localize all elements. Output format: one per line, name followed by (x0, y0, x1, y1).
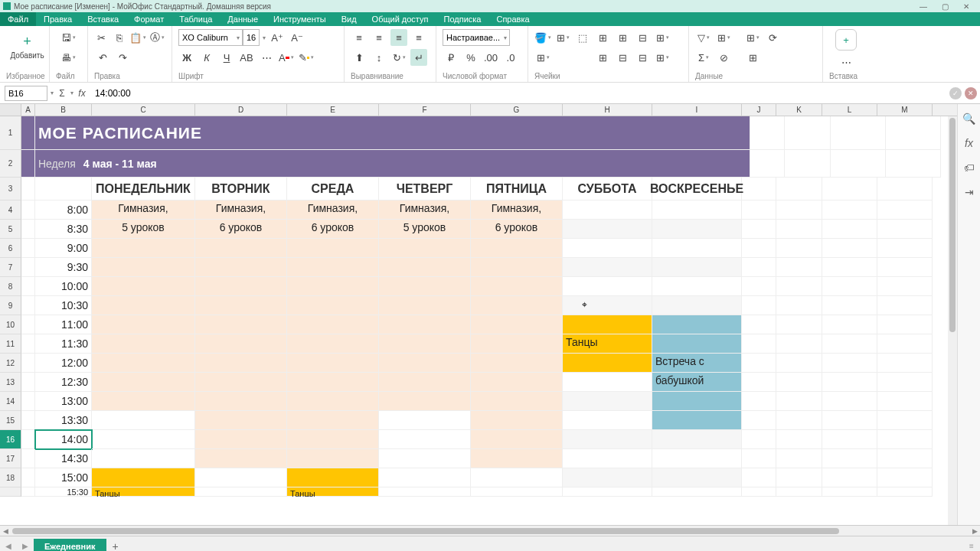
dec-inc-button[interactable]: .00 (482, 49, 499, 66)
fx-panel-icon[interactable]: fx (962, 136, 976, 150)
menu-format[interactable]: Формат (126, 12, 172, 26)
number-format-select[interactable]: Настраивае... (443, 29, 510, 46)
spreadsheet-grid[interactable]: A B C D E F G H I J K L M 1 МОЕ РАСПИСАН… (0, 104, 957, 525)
menu-help[interactable]: Справка (488, 12, 537, 26)
menu-share[interactable]: Общий доступ (364, 12, 436, 26)
menu-insert[interactable]: Вставка (80, 12, 126, 26)
insert-cell-button[interactable]: ⊞ (594, 49, 611, 66)
border-style-button[interactable]: ⊞ (534, 49, 551, 66)
save-button[interactable]: 🖫 (56, 29, 81, 46)
col-head-L[interactable]: L (822, 104, 877, 116)
wrap-text-button[interactable]: ↵ (410, 49, 427, 66)
row-head-16[interactable]: 16 (0, 430, 21, 449)
menu-subscribe[interactable]: Подписка (436, 12, 488, 26)
sum-button[interactable]: Σ (695, 49, 712, 66)
font-family-select[interactable]: XO Caliburn (178, 29, 243, 46)
row-head-1[interactable]: 1 (0, 116, 21, 150)
font-color-button[interactable]: A (278, 49, 295, 66)
cancel-formula-button[interactable]: ✕ (965, 87, 977, 99)
col-head-M[interactable]: M (877, 104, 933, 116)
col-head-B[interactable]: B (35, 104, 92, 116)
col-head-H[interactable]: H (563, 104, 652, 116)
delete-row-button[interactable]: ⊟ (634, 29, 651, 46)
col-head-E[interactable]: E (287, 104, 379, 116)
autosum-icon[interactable]: Σ (54, 85, 70, 102)
row-head-3[interactable]: 3 (0, 178, 21, 201)
col-head-D[interactable]: D (195, 104, 287, 116)
refresh-button[interactable]: ⟳ (764, 29, 781, 46)
format-painter-button[interactable]: Ⓐ (149, 29, 165, 46)
maximize-button[interactable]: ▢ (934, 2, 956, 11)
valign-mid-button[interactable]: ↕ (371, 49, 387, 66)
insert-col-button[interactable]: ⊞ (614, 29, 631, 46)
formula-input[interactable]: 14:00:00 (90, 86, 949, 101)
menu-file[interactable]: Файл (0, 12, 36, 26)
copy-button[interactable]: ⎘ (112, 29, 126, 46)
currency-button[interactable]: ₽ (443, 49, 459, 66)
insert-more-button[interactable]: ⋯ (838, 54, 854, 70)
minimize-button[interactable]: — (913, 2, 934, 11)
paste-button[interactable]: 📋 (129, 29, 146, 46)
font-grow-button[interactable]: A⁺ (269, 29, 286, 46)
align-right-button[interactable]: ≡ (390, 29, 407, 46)
font-size-select[interactable]: 16 (243, 29, 260, 46)
col-head-K[interactable]: K (776, 104, 822, 116)
row-head-2[interactable]: 2 (0, 150, 21, 178)
font-shrink-button[interactable]: A⁻ (289, 29, 305, 46)
menu-table[interactable]: Таблица (172, 12, 220, 26)
close-button[interactable]: ✕ (956, 2, 977, 11)
accept-formula-button[interactable]: ✓ (949, 87, 962, 99)
align-center-button[interactable]: ≡ (371, 29, 387, 46)
underline-button[interactable]: Ч (218, 49, 235, 66)
collapse-icon[interactable]: ⇥ (962, 185, 976, 199)
delete-col-button[interactable]: ⊟ (634, 49, 651, 66)
selected-cell[interactable]: 14:00 (35, 430, 92, 449)
col-head-F[interactable]: F (379, 104, 471, 116)
tab-prev-button[interactable]: ◀ (0, 542, 17, 550)
more-font-button[interactable]: ⋯ (258, 49, 275, 66)
insert-row-button[interactable]: ⊞ (594, 29, 611, 46)
add-sheet-button[interactable]: + (106, 540, 125, 552)
bold-button[interactable]: Ж (178, 49, 195, 66)
select-all-corner[interactable] (0, 104, 21, 116)
horizontal-scrollbar[interactable]: ◀ ▶ (0, 525, 980, 536)
menu-tools[interactable]: Инструменты (266, 12, 334, 26)
col-head-A[interactable]: A (21, 104, 35, 116)
clear-filter-button[interactable]: ⊘ (715, 49, 732, 66)
merge-button[interactable]: ⬚ (574, 29, 591, 46)
align-justify-button[interactable]: ≡ (410, 29, 427, 46)
delete-cell-button[interactable]: ⊟ (614, 49, 631, 66)
vertical-scrollbar[interactable] (948, 116, 957, 525)
col-head-C[interactable]: C (92, 104, 195, 116)
group-button[interactable]: ⊞ (654, 49, 671, 66)
fx-icon[interactable]: fx (74, 85, 90, 102)
tab-menu-button[interactable]: ≡ (963, 542, 980, 550)
tab-next-button[interactable]: ▶ (17, 542, 34, 550)
add-button[interactable]: + Добавить (6, 29, 48, 60)
valign-top-button[interactable]: ⬆ (351, 49, 368, 66)
borders-button[interactable]: ⊞ (554, 29, 571, 46)
rotate-text-button[interactable]: ↻ (390, 49, 407, 66)
menu-data[interactable]: Данные (220, 12, 266, 26)
col-head-I[interactable]: I (652, 104, 742, 116)
menu-view[interactable]: Вид (334, 12, 364, 26)
align-left-button[interactable]: ≡ (351, 29, 368, 46)
col-head-J[interactable]: J (742, 104, 776, 116)
pivot-button[interactable]: ⊞ (715, 29, 732, 46)
col-head-G[interactable]: G (471, 104, 563, 116)
dec-dec-button[interactable]: .0 (502, 49, 519, 66)
italic-button[interactable]: К (198, 49, 215, 66)
search-icon[interactable]: 🔍 (962, 112, 976, 126)
tag-icon[interactable]: 🏷 (962, 161, 976, 174)
print-button[interactable]: 🖶 (56, 49, 81, 66)
cell-reference-box[interactable]: B16 (5, 86, 47, 101)
data-validate-button[interactable]: ⊞ (744, 49, 761, 66)
insert-object-button[interactable]: + (835, 29, 857, 51)
filter-button[interactable]: ▽ (695, 29, 712, 46)
undo-button[interactable]: ↶ (94, 49, 111, 66)
cell-size-button[interactable]: ⊞ (654, 29, 671, 46)
redo-button[interactable]: ↷ (114, 49, 131, 66)
strike-button[interactable]: AB (238, 49, 255, 66)
menu-edit[interactable]: Правка (36, 12, 80, 26)
sort-button[interactable]: ⊞ (744, 29, 761, 46)
